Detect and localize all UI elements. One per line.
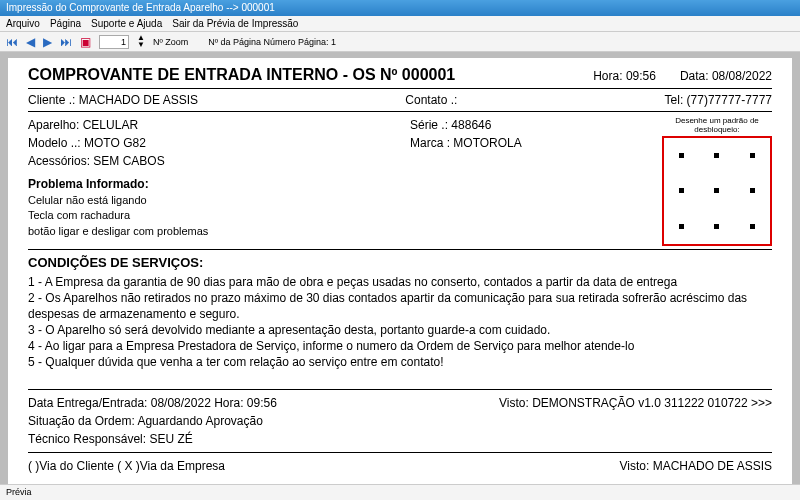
toolbar: ⏮ ◀ ▶ ⏭ ▣ ▲▼ Nº Zoom Nº da Página Número…	[0, 32, 800, 52]
window-titlebar: Impressão do Comprovante de Entrada Apar…	[0, 0, 800, 16]
menu-arquivo[interactable]: Arquivo	[6, 18, 40, 29]
aparelho-value: CELULAR	[83, 118, 138, 132]
cond-title: CONDIÇÕES DE SERVIÇOS:	[28, 254, 772, 272]
tool-icon[interactable]: ▣	[80, 35, 91, 49]
cond-line: 4 - Ao ligar para a Empresa Prestadora d…	[28, 338, 772, 354]
serie-value: 488646	[451, 118, 491, 132]
divider	[28, 88, 772, 89]
marca-label: Marca :	[410, 136, 453, 150]
entrega-text: Data Entrega/Entrada: 08/08/2022 Hora: 0…	[28, 394, 277, 412]
tel-label: Tel:	[665, 93, 687, 107]
hora-value: 09:56	[626, 69, 656, 83]
divider	[28, 452, 772, 453]
menubar: Arquivo Página Suporte e Ajuda Sair da P…	[0, 16, 800, 32]
modelo-value: MOTO G82	[84, 136, 146, 150]
problema-title: Problema Informado:	[28, 177, 149, 191]
contato-label: Contato .:	[405, 93, 457, 107]
cond-line: 2 - Os Aparelhos não retirados no prazo …	[28, 290, 772, 322]
zoom-label: Nº Zoom	[153, 37, 188, 47]
print-page: COMPROVANTE DE ENTRADA INTERNO - OS Nº 0…	[8, 58, 792, 484]
modelo-label: Modelo ..:	[28, 136, 84, 150]
acess-value: SEM CABOS	[93, 154, 164, 168]
statusbar: Prévia	[0, 484, 800, 500]
unlock-pattern-box	[662, 136, 772, 246]
next-page-icon[interactable]: ▶	[43, 35, 52, 49]
divider	[28, 389, 772, 390]
page-label: Nº da Página Número Página: 1	[208, 37, 336, 47]
marca-value: MOTOROLA	[453, 136, 521, 150]
hora-label: Hora:	[593, 69, 626, 83]
divider	[28, 249, 772, 250]
serie-label: Série .:	[410, 118, 451, 132]
menu-pagina[interactable]: Página	[50, 18, 81, 29]
first-page-icon[interactable]: ⏮	[6, 35, 18, 49]
visto2-text: Visto: MACHADO DE ASSIS	[620, 457, 773, 475]
last-page-icon[interactable]: ⏭	[60, 35, 72, 49]
tecnico-text: Técnico Responsável: SEU ZÉ	[28, 430, 772, 448]
workspace: COMPROVANTE DE ENTRADA INTERNO - OS Nº 0…	[0, 52, 800, 484]
tel-value: (77)77777-7777	[687, 93, 772, 107]
situacao-text: Situação da Ordem: Aguardando Aprovação	[28, 412, 772, 430]
aparelho-label: Aparelho:	[28, 118, 83, 132]
pattern-label: Desenhe um padrão de desbloqueio:	[662, 116, 772, 134]
acess-label: Acessórios:	[28, 154, 93, 168]
prev-page-icon[interactable]: ◀	[26, 35, 35, 49]
cond-line: 5 - Qualquer dúvida que venha a ter com …	[28, 354, 772, 370]
cliente-label: Cliente .:	[28, 93, 75, 107]
cond-line: 1 - A Empresa da garantia de 90 dias par…	[28, 274, 772, 290]
divider	[28, 111, 772, 112]
data-label: Data:	[680, 69, 712, 83]
via-text: ( )Via do Cliente ( X )Via da Empresa	[28, 457, 225, 475]
menu-sair[interactable]: Sair da Prévia de Impressão	[172, 18, 298, 29]
zoom-spinner-icon[interactable]: ▲▼	[137, 35, 145, 48]
cliente-value: MACHADO DE ASSIS	[75, 93, 198, 107]
problema-text: Celular não está ligando Tecla com racha…	[28, 194, 208, 237]
data-value: 08/08/2022	[712, 69, 772, 83]
visto1-text: Visto: DEMONSTRAÇÃO v1.0 311222 010722 >…	[499, 394, 772, 412]
menu-suporte[interactable]: Suporte e Ajuda	[91, 18, 162, 29]
zoom-input[interactable]	[99, 35, 129, 49]
cond-line: 3 - O Aparelho só será devolvido mediant…	[28, 322, 772, 338]
doc-title: COMPROVANTE DE ENTRADA INTERNO - OS Nº 0…	[28, 66, 455, 84]
